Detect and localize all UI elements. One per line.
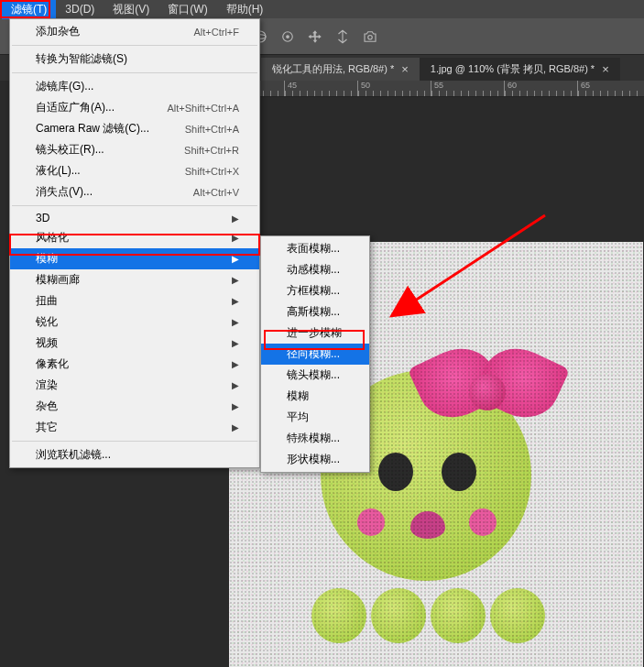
menu-shortcut: Alt+Ctrl+F [193,27,239,38]
filter-dropdown: 添加杂色 Alt+Ctrl+F 转换为智能滤镜(S) 滤镜库(G)... 自适应… [9,18,260,468]
menu-label: 浏览联机滤镜... [36,447,111,463]
menu-item-lens-blur[interactable]: 镜头模糊... [261,365,369,386]
menu-label: 径向模糊... [287,346,340,362]
menu-label: 转换为智能滤镜(S) [36,51,127,67]
menu-item-gaussian-blur[interactable]: 高斯模糊... [261,301,369,323]
menu-item-surface-blur[interactable]: 表面模糊... [261,238,369,259]
slide-3d-icon[interactable] [334,28,351,45]
menu-label: 像素化 [36,356,69,372]
menu-item-noise[interactable]: 杂色 ▶ [10,396,259,417]
menu-item-sharpen[interactable]: 锐化 ▶ [10,312,259,333]
menu-label: 镜头模糊... [287,367,340,383]
chevron-right-icon: ▶ [232,233,239,243]
tab-label: 1.jpg @ 110% (背景 拷贝, RGB/8#) * [431,62,595,76]
menu-item-render[interactable]: 渲染 ▶ [10,375,259,396]
menu-label: 高斯模糊... [287,304,340,320]
close-icon[interactable]: × [401,62,409,76]
svg-point-9 [286,35,289,38]
menu-label: 表面模糊... [287,241,340,257]
menu-item-lens-correction[interactable]: 镜头校正(R)... Shift+Ctrl+R [10,139,259,160]
menu-view[interactable]: 视图(V) [104,0,158,19]
menu-label: 渲染 [36,377,58,393]
menu-label: 自适应广角(A)... [36,100,115,115]
roll-3d-icon[interactable] [279,28,296,45]
menu-item-radial-blur[interactable]: 径向模糊... [261,344,369,365]
menu-label: 进一步模糊 [287,325,342,341]
menu-item-distort[interactable]: 扭曲 ▶ [10,290,259,312]
menu-separator [12,205,257,206]
menu-label: 滤镜库(G)... [36,79,93,94]
document-tab-2[interactable]: 1.jpg @ 110% (背景 拷贝, RGB/8#) * × [420,58,620,81]
menu-item-box-blur[interactable]: 方框模糊... [261,280,369,301]
menu-label: 消失点(V)... [36,184,93,200]
chevron-right-icon: ▶ [232,275,239,285]
menu-3d[interactable]: 3D(D) [56,1,104,17]
menu-item-camera-raw[interactable]: Camera Raw 滤镜(C)... Shift+Ctrl+A [10,118,259,139]
menu-shortcut: Shift+Ctrl+X [185,166,239,177]
menu-item-smart-blur[interactable]: 特殊模糊... [261,428,369,449]
menu-item-blur-more[interactable]: 进一步模糊 [261,323,369,344]
ruler-tick: 55 [431,81,504,96]
menu-item-blur[interactable]: 模糊 ▶ [10,248,259,269]
chevron-right-icon: ▶ [232,338,239,348]
chevron-right-icon: ▶ [232,213,239,224]
menu-separator [12,72,257,73]
menu-label: 平均 [287,410,309,425]
menu-item-other[interactable]: 其它 ▶ [10,417,259,438]
chevron-right-icon: ▶ [232,317,239,327]
blur-submenu: 表面模糊... 动感模糊... 方框模糊... 高斯模糊... 进一步模糊 径向… [260,235,370,473]
menu-item-vanishing-point[interactable]: 消失点(V)... Alt+Ctrl+V [10,181,259,202]
menu-item-blur[interactable]: 模糊 [261,386,369,407]
menu-label: 锐化 [36,314,58,330]
document-tab-1[interactable]: 锐化工具的用法, RGB/8#) * × [261,58,420,81]
menu-label: 其它 [36,420,58,435]
menu-item-3d[interactable]: 3D ▶ [10,209,259,227]
menu-item-average[interactable]: 平均 [261,407,369,428]
menu-item-video[interactable]: 视频 ▶ [10,333,259,354]
menu-item-filter-gallery[interactable]: 滤镜库(G)... [10,76,259,97]
menu-item-pixelate[interactable]: 像素化 ▶ [10,354,259,375]
menu-item-smart-filter[interactable]: 转换为智能滤镜(S) [10,49,259,70]
menu-shortcut: Shift+Ctrl+A [185,124,239,135]
camera-3d-icon[interactable] [362,28,378,45]
ruler-tick: 60 [504,81,577,96]
ruler-tick: 65 [577,81,644,96]
horizontal-ruler: 40 45 50 55 60 65 [211,81,644,97]
menu-separator [12,45,257,46]
menu-label: 模糊画廊 [36,272,80,288]
menu-item-adaptive-wide[interactable]: 自适应广角(A)... Alt+Shift+Ctrl+A [10,97,259,118]
ruler-tick: 45 [284,81,357,96]
menu-label: 液化(L)... [36,163,81,179]
tab-label: 锐化工具的用法, RGB/8#) * [272,62,394,76]
menu-window[interactable]: 窗口(W) [158,0,216,19]
close-icon[interactable]: × [602,62,609,76]
menu-label: 特殊模糊... [287,431,340,446]
menu-item-browse-online[interactable]: 浏览联机滤镜... [10,444,259,465]
menu-item-shape-blur[interactable]: 形状模糊... [261,449,369,470]
menu-shortcut: Alt+Ctrl+V [193,187,239,198]
chevron-right-icon: ▶ [232,254,239,264]
menu-item-last-filter[interactable]: 添加杂色 Alt+Ctrl+F [10,21,259,42]
menu-shortcut: Alt+Shift+Ctrl+A [167,103,239,114]
menu-label: 模糊 [36,251,58,267]
ruler-tick: 50 [357,81,431,96]
chevron-right-icon: ▶ [232,380,239,390]
menu-item-stylize[interactable]: 风格化 ▶ [10,227,259,248]
menu-label: 形状模糊... [287,452,340,467]
menu-help[interactable]: 帮助(H) [217,0,273,19]
menubar: 滤镜(T) 3D(D) 视图(V) 窗口(W) 帮助(H) [0,0,644,18]
menu-label: 视频 [36,335,58,351]
menu-label: 添加杂色 [36,24,80,39]
menu-label: 风格化 [36,230,69,246]
menu-label: Camera Raw 滤镜(C)... [36,121,149,137]
menu-item-motion-blur[interactable]: 动感模糊... [261,259,369,280]
menu-label: 杂色 [36,399,58,414]
chevron-right-icon: ▶ [232,296,239,306]
pan-3d-icon[interactable] [307,28,323,45]
menu-filter[interactable]: 滤镜(T) [2,0,56,19]
menu-label: 3D [36,212,49,224]
menu-label: 扭曲 [36,293,58,309]
menu-item-blur-gallery[interactable]: 模糊画廊 ▶ [10,269,259,290]
svg-point-10 [368,35,373,39]
menu-item-liquify[interactable]: 液化(L)... Shift+Ctrl+X [10,160,259,181]
